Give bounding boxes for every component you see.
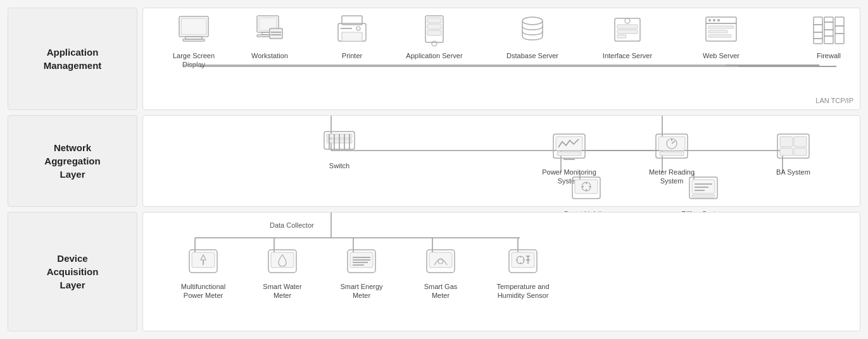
switch-icon <box>322 123 357 159</box>
water-meter-label: Smart WaterMeter <box>254 282 311 300</box>
node-water-meter: Smart WaterMeter <box>254 244 311 300</box>
multifunc-meter-icon <box>186 244 221 280</box>
svg-rect-36 <box>708 35 731 37</box>
diagram-container: ApplicationManagement NetworkAggregation… <box>0 0 868 339</box>
svg-rect-38 <box>824 17 833 44</box>
energy-meter-icon <box>344 244 379 280</box>
svg-rect-94 <box>692 195 715 197</box>
gas-meter-label: Smart GasMeter <box>412 282 469 300</box>
svg-rect-26 <box>617 25 638 28</box>
app-row: Large Screen Display Workstation <box>142 8 860 110</box>
svg-point-23 <box>522 17 543 25</box>
node-ba-system: BA System <box>765 130 822 176</box>
svg-rect-21 <box>427 30 441 35</box>
net-lines <box>143 116 860 206</box>
interface-server-icon <box>610 13 645 49</box>
svg-rect-37 <box>814 17 822 44</box>
svg-rect-4 <box>183 39 204 41</box>
svg-rect-69 <box>557 152 581 156</box>
svg-point-22 <box>432 41 437 46</box>
power-mon-icon <box>551 130 587 165</box>
node-gas-meter: Smart GasMeter <box>412 244 469 300</box>
workstation-label: Workstation <box>241 51 298 60</box>
app-server-label: Application Server <box>406 51 463 60</box>
node-interface-server: Interface Server <box>599 13 656 60</box>
lan-label: LAN TCP/IP <box>815 97 853 104</box>
switch-label: Switch <box>311 161 368 170</box>
svg-rect-28 <box>617 35 626 38</box>
svg-point-33 <box>717 19 720 22</box>
svg-rect-15 <box>342 32 362 41</box>
temp-sensor-label: Temperature andHumidity Sensor <box>494 282 551 300</box>
dev-row: Data Collector MultifunctionalPower Mete… <box>142 212 860 331</box>
multifunc-meter-label: MultifunctionalPower Meter <box>175 282 232 300</box>
label-column: ApplicationManagement NetworkAggregation… <box>8 8 137 331</box>
billing-icon <box>686 171 721 207</box>
svg-rect-79 <box>794 137 807 147</box>
firewall-icon <box>811 13 846 49</box>
node-energy-meter: Smart EnergyMeter <box>333 244 390 300</box>
node-switch: Switch <box>311 123 368 170</box>
web-server-label: Web Server <box>693 51 750 60</box>
large-screen-icon <box>176 13 211 49</box>
node-web-server: Web Server <box>693 13 750 60</box>
gas-meter-icon <box>423 244 458 280</box>
svg-rect-90 <box>692 180 715 194</box>
node-db-server: Dstabase Server <box>504 13 561 60</box>
db-server-icon <box>515 13 550 49</box>
svg-rect-5 <box>181 18 206 35</box>
firewall-label: Firewall <box>800 51 857 60</box>
svg-point-31 <box>708 19 711 22</box>
svg-point-32 <box>713 19 715 22</box>
svg-point-25 <box>625 18 630 23</box>
water-meter-icon <box>265 244 300 280</box>
device-layer-label: DeviceAcquisitionLayer <box>8 212 137 331</box>
svg-rect-35 <box>708 30 727 33</box>
smart-lighting-icon <box>569 171 604 207</box>
svg-rect-39 <box>835 17 844 44</box>
energy-meter-label: Smart EnergyMeter <box>333 282 390 300</box>
svg-rect-81 <box>794 148 807 156</box>
meter-reading-icon <box>654 130 689 165</box>
svg-rect-27 <box>617 30 638 34</box>
node-app-server: Application Server <box>406 13 463 60</box>
svg-point-16 <box>356 27 360 30</box>
node-temp-sensor: Temperature andHumidity Sensor <box>494 244 551 300</box>
svg-rect-19 <box>427 18 441 23</box>
interface-server-label: Interface Server <box>599 51 656 60</box>
printer-icon <box>334 13 370 49</box>
node-multifunc-meter: MultifunctionalPower Meter <box>175 244 232 300</box>
node-workstation: Workstation <box>241 13 298 60</box>
temp-sensor-icon <box>505 244 541 280</box>
node-large-screen: Large Screen Display <box>165 13 222 70</box>
content-column: Large Screen Display Workstation <box>142 8 860 331</box>
app-management-label: ApplicationManagement <box>8 8 137 110</box>
net-row: Switch Power MonitoringSystem <box>142 115 860 207</box>
svg-rect-78 <box>780 137 793 147</box>
svg-rect-80 <box>780 148 793 156</box>
data-collector-label: Data Collector <box>270 221 314 229</box>
app-server-icon <box>417 13 452 49</box>
ba-system-icon <box>776 130 811 165</box>
web-server-icon <box>703 13 739 49</box>
network-layer-label: NetworkAggregationLayer <box>8 115 137 207</box>
svg-rect-68 <box>556 137 582 151</box>
svg-rect-83 <box>575 180 598 194</box>
ba-system-label: BA System <box>765 168 822 176</box>
svg-rect-76 <box>660 152 684 156</box>
large-screen-label: Large Screen Display <box>165 51 222 70</box>
db-server-label: Dstabase Server <box>504 51 561 60</box>
svg-rect-20 <box>427 24 441 29</box>
printer-label: Printer <box>324 51 381 60</box>
node-printer: Printer <box>324 13 381 60</box>
svg-rect-34 <box>708 26 734 28</box>
svg-rect-115 <box>429 252 452 268</box>
node-firewall: Firewall <box>800 13 857 60</box>
svg-rect-10 <box>270 28 282 39</box>
workstation-icon <box>252 13 287 49</box>
